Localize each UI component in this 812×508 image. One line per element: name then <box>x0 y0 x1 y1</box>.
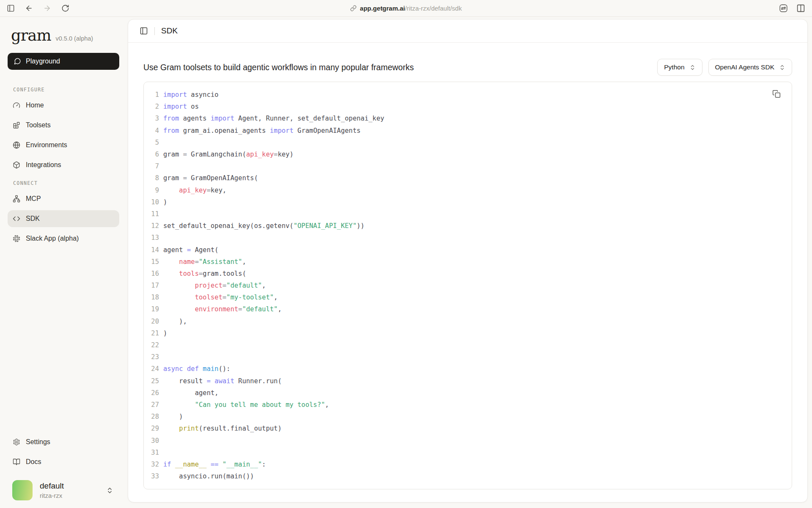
code-text: ), <box>159 318 187 325</box>
line-number: 32 <box>144 461 159 468</box>
code-line: 21) <box>144 327 792 339</box>
sidebar-item-slack-app-alpha[interactable]: Slack App (alpha) <box>8 230 119 247</box>
code-line: 17 project="default", <box>144 280 792 291</box>
address-bar[interactable]: app.getgram.ai/ritza-rzx/default/sdk <box>350 5 462 12</box>
line-number: 4 <box>144 127 159 135</box>
line-number: 15 <box>144 258 159 266</box>
sidebar-item-label: Home <box>26 102 44 109</box>
sidebar-item-label: Integrations <box>26 161 61 169</box>
line-number: 21 <box>144 330 159 337</box>
line-number: 6 <box>144 151 159 158</box>
sidebar-item-settings[interactable]: Settings <box>8 434 119 450</box>
code-line: 33 asyncio.run(main()) <box>144 470 792 482</box>
split-view-icon[interactable] <box>796 4 805 13</box>
line-number: 26 <box>144 389 159 397</box>
code-line: 18 toolset="my-toolset", <box>144 291 792 303</box>
code-text: ) <box>159 330 167 337</box>
workspace-selector[interactable]: default ritza-rzx <box>8 480 119 500</box>
gram-logo: gram <box>11 27 51 44</box>
language-select[interactable]: Python <box>657 59 702 76</box>
panel-left-toggle-icon[interactable] <box>140 27 148 35</box>
code-snippet: 1import asyncio2import os3from agents im… <box>143 82 792 489</box>
code-text: from agents import Agent, Runner, set_de… <box>159 115 384 122</box>
code-line: 28 ) <box>144 411 792 423</box>
package-icon <box>13 161 20 169</box>
code-line: 15 name="Assistant", <box>144 256 792 268</box>
code-line: 8gram = GramOpenAIAgents( <box>144 172 792 184</box>
sidebar-item-label: Toolsets <box>26 121 51 129</box>
line-number: 27 <box>144 401 159 409</box>
code-line: 14agent = Agent( <box>144 244 792 255</box>
code-line: 13 <box>144 232 792 244</box>
line-number: 9 <box>144 187 159 194</box>
code-line: 26 agent, <box>144 387 792 399</box>
code-line: 3from agents import Agent, Runner, set_d… <box>144 113 792 124</box>
sidebar-item-label: Docs <box>26 458 41 466</box>
code-line: 9 api_key=key, <box>144 184 792 196</box>
code-line: 1import asyncio <box>144 89 792 101</box>
chat-bubble-icon <box>14 58 21 65</box>
browser-reload-icon[interactable] <box>61 4 69 12</box>
sidebar-item-mcp[interactable]: MCP <box>8 190 119 207</box>
sidebar-item-sdk[interactable]: SDK <box>8 210 119 227</box>
line-number: 17 <box>144 282 159 289</box>
sidebar-item-docs[interactable]: Docs <box>8 453 119 470</box>
playground-label: Playground <box>26 58 60 65</box>
code-line: 10) <box>144 196 792 208</box>
sidebar-item-environments[interactable]: Environments <box>8 137 119 154</box>
section-label-connect: CONNECT <box>8 180 119 186</box>
line-number: 24 <box>144 365 159 373</box>
framework-select[interactable]: OpenAI Agents SDK <box>708 59 792 76</box>
code-text: tools=gram.tools( <box>159 270 246 277</box>
code-line: 27 "Can you tell me about my tools?", <box>144 399 792 411</box>
sidebar-item-home[interactable]: Home <box>8 97 119 114</box>
code-text: import os <box>159 103 199 110</box>
code-text: result = await Runner.run( <box>159 377 282 385</box>
line-number: 11 <box>144 210 159 218</box>
browser-back-icon[interactable] <box>25 4 33 12</box>
copy-icon[interactable] <box>772 90 781 98</box>
line-number: 3 <box>144 115 159 122</box>
page-settings-icon[interactable] <box>779 4 788 13</box>
link-icon <box>350 5 357 11</box>
line-number: 19 <box>144 305 159 313</box>
code-text: ) <box>159 198 167 206</box>
line-number: 7 <box>144 162 159 170</box>
sidebar-item-integrations[interactable]: Integrations <box>8 157 119 173</box>
code-line: 24async def main(): <box>144 363 792 375</box>
browser-sidebar-toggle-icon[interactable] <box>7 4 15 12</box>
line-number: 14 <box>144 246 159 254</box>
code-text: print(result.final_output) <box>159 425 282 432</box>
workspace-name: default <box>40 481 64 491</box>
code-line: 12set_default_openai_key(os.getenv("OPEN… <box>144 220 792 232</box>
code-line: 30 <box>144 434 792 446</box>
code-text: "Can you tell me about my tools?", <box>159 401 329 409</box>
code-line: 19 environment="default", <box>144 303 792 315</box>
section-label-configure: CONFIGURE <box>8 87 119 93</box>
line-number: 1 <box>144 91 159 99</box>
line-number: 28 <box>144 413 159 420</box>
code-text: from gram_ai.openai_agents import GramOp… <box>159 127 361 135</box>
url-path: /ritza-rzx/default/sdk <box>405 5 462 12</box>
sidebar-item-label: Slack App (alpha) <box>26 235 79 242</box>
playground-button[interactable]: Playground <box>8 53 119 70</box>
book-icon <box>13 458 20 466</box>
sidebar: gram v0.5.0 (alpha) Playground CONFIGURE… <box>0 17 127 508</box>
line-number: 10 <box>144 198 159 206</box>
sidebar-item-toolsets[interactable]: Toolsets <box>8 117 119 134</box>
code-line: 29 print(result.final_output) <box>144 423 792 434</box>
chevrons-up-down-icon <box>779 64 785 71</box>
code-text: import asyncio <box>159 91 219 99</box>
slack-icon <box>13 235 20 242</box>
line-number: 2 <box>144 103 159 110</box>
line-number: 16 <box>144 270 159 277</box>
browser-forward-icon[interactable] <box>43 4 51 12</box>
workspace-org: ritza-rzx <box>40 492 64 499</box>
chevrons-up-down-icon <box>106 487 113 494</box>
url-host: app.getgram.ai <box>360 5 405 12</box>
line-number: 20 <box>144 318 159 325</box>
code-text: if __name__ == "__main__": <box>159 461 266 468</box>
code-text: set_default_openai_key(os.getenv("OPENAI… <box>159 222 365 230</box>
code-line: 25 result = await Runner.run( <box>144 375 792 387</box>
line-number: 31 <box>144 449 159 456</box>
